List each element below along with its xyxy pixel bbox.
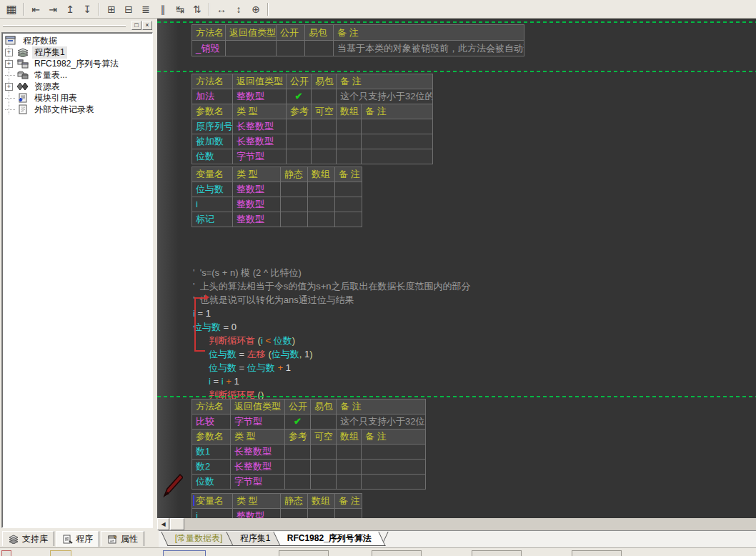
- method-name-cell[interactable]: _销毁: [192, 41, 226, 56]
- public-check-icon[interactable]: ✔: [287, 89, 312, 104]
- file-tab-rfc1982[interactable]: RFC1982_序列号算法: [274, 532, 386, 546]
- param-null-cell[interactable]: [311, 445, 337, 460]
- scrollbar-thumb[interactable]: [170, 518, 184, 530]
- var-name-cell[interactable]: i: [192, 509, 233, 518]
- param-type-cell[interactable]: 长整数型: [233, 119, 287, 134]
- param-type-cell[interactable]: 长整数型: [233, 134, 287, 149]
- tree-item-assembly[interactable]: + 程序集1: [5, 46, 121, 58]
- param-array-cell[interactable]: [337, 149, 362, 164]
- param-name-cell[interactable]: 被加数: [192, 134, 233, 149]
- param-comment-cell[interactable]: [362, 149, 433, 164]
- param-comment-cell[interactable]: [362, 445, 426, 460]
- param-null-cell[interactable]: [312, 149, 337, 164]
- var-static-cell[interactable]: [281, 509, 308, 518]
- param-array-cell[interactable]: [337, 475, 362, 490]
- code-editor[interactable]: 方法名 返回值类型 公开 易包 备 注 _销毁 当基于本类的对象被销毁前，此方法…: [157, 19, 756, 518]
- return-type-cell[interactable]: 字节型: [231, 414, 285, 430]
- var-array-cell[interactable]: [308, 197, 335, 212]
- comment-cell[interactable]: 这个只支持小于32位的: [337, 414, 426, 430]
- align-left-icon[interactable]: ⇤: [28, 2, 44, 16]
- param-ref-cell[interactable]: [287, 149, 312, 164]
- param-array-cell[interactable]: [337, 119, 362, 134]
- var-comment-cell[interactable]: [335, 509, 362, 518]
- param-ref-cell[interactable]: [285, 475, 311, 490]
- tree-item-resources-table[interactable]: + 资源表: [5, 81, 121, 92]
- param-ref-cell[interactable]: [285, 460, 311, 475]
- var-type-cell[interactable]: 整数型: [233, 197, 281, 212]
- tree-item-constants-table[interactable]: 常量表...: [5, 69, 121, 81]
- var-static-cell[interactable]: [281, 182, 308, 197]
- package-cell[interactable]: [311, 414, 337, 430]
- align-grid-icon[interactable]: ≣: [138, 2, 154, 16]
- expand-icon[interactable]: +: [5, 60, 13, 68]
- var-comment-cell[interactable]: [335, 182, 362, 197]
- code-line[interactable]: i = 1: [189, 307, 646, 320]
- var-type-cell[interactable]: 整数型: [233, 509, 281, 518]
- param-type-cell[interactable]: 长整数型: [231, 460, 285, 475]
- param-comment-cell[interactable]: [362, 134, 433, 149]
- param-comment-cell[interactable]: [362, 475, 426, 490]
- var-name-cell[interactable]: i: [192, 197, 233, 212]
- close-panel-button[interactable]: ×: [142, 21, 152, 30]
- comment-cell[interactable]: 这个只支持小于32位的: [337, 89, 433, 104]
- method-name-cell[interactable]: 比较: [192, 414, 231, 430]
- align-top-icon[interactable]: ↥: [62, 2, 78, 16]
- var-comment-cell[interactable]: [335, 197, 362, 212]
- param-name-cell[interactable]: 原序列号: [192, 119, 233, 134]
- scroll-left-button[interactable]: ◀: [157, 518, 169, 530]
- tab-program[interactable]: 程序: [56, 531, 99, 547]
- param-type-cell[interactable]: 字节型: [231, 475, 285, 490]
- param-null-cell[interactable]: [311, 475, 337, 490]
- param-array-cell[interactable]: [337, 445, 362, 460]
- expand-icon[interactable]: +: [5, 49, 13, 56]
- center-horizontal-icon[interactable]: ⊞: [104, 2, 119, 16]
- code-line[interactable]: ' 也就是说可以转化为ans通过位与结果: [189, 293, 646, 307]
- var-array-cell[interactable]: [308, 182, 335, 197]
- param-ref-cell[interactable]: [285, 445, 311, 460]
- param-array-cell[interactable]: [337, 460, 362, 475]
- var-static-cell[interactable]: [281, 197, 308, 212]
- method-name-cell[interactable]: 加法: [192, 89, 233, 104]
- same-height-icon[interactable]: ↕: [231, 2, 247, 16]
- horizontal-scrollbar[interactable]: ◀: [157, 518, 756, 530]
- same-width-icon[interactable]: ↔: [214, 2, 229, 16]
- tree-item-external-file-records[interactable]: 外部文件记录表: [5, 104, 121, 115]
- param-ref-cell[interactable]: [287, 119, 312, 134]
- return-type-cell[interactable]: 整数型: [233, 89, 287, 104]
- param-ref-cell[interactable]: [287, 134, 312, 149]
- restore-panel-button[interactable]: □: [131, 21, 141, 30]
- code-line[interactable]: 位与数 = 左移 (位与数, 1): [189, 347, 646, 361]
- param-comment-cell[interactable]: [362, 119, 433, 134]
- var-array-cell[interactable]: [308, 509, 335, 518]
- method-code[interactable]: ' 's=(s + n) 模 (2 ^ 比特位)' 上头的算法相当于令s的值为s…: [189, 223, 646, 429]
- tab-properties[interactable]: 属性: [101, 531, 144, 546]
- param-name-cell[interactable]: 数1: [192, 445, 231, 460]
- param-type-cell[interactable]: 长整数型: [231, 445, 285, 460]
- align-right-icon[interactable]: ⇥: [45, 2, 61, 16]
- code-line[interactable]: 位与数 = 位与数 + 1: [189, 361, 646, 374]
- param-null-cell[interactable]: [311, 460, 337, 475]
- param-array-cell[interactable]: [337, 134, 362, 149]
- code-line[interactable]: 位与数 = 0: [189, 320, 646, 334]
- equal-gap-icon[interactable]: ∥: [155, 2, 171, 16]
- tree-item-module-references[interactable]: 模块引用表: [5, 92, 121, 104]
- same-size-icon[interactable]: ⊕: [248, 2, 264, 16]
- code-line[interactable]: ' 's=(s + n) 模 (2 ^ 比特位): [189, 266, 646, 279]
- code-line[interactable]: i = i + 1: [189, 374, 646, 388]
- return-type-cell[interactable]: [226, 41, 277, 56]
- param-name-cell[interactable]: 数2: [192, 460, 231, 475]
- param-comment-cell[interactable]: [362, 460, 426, 475]
- param-name-cell[interactable]: 位数: [192, 475, 231, 490]
- package-cell[interactable]: [305, 41, 334, 56]
- tab-support-libraries[interactable]: 支持库: [2, 531, 54, 546]
- space-across-icon[interactable]: ↹: [172, 2, 188, 16]
- public-check-icon[interactable]: ✔: [285, 414, 311, 430]
- form-designer-icon[interactable]: ▦: [4, 2, 19, 16]
- var-type-cell[interactable]: 整数型: [233, 182, 281, 197]
- public-cell[interactable]: [277, 41, 305, 56]
- align-bottom-icon[interactable]: ↧: [79, 2, 95, 16]
- var-name-cell[interactable]: 位与数: [192, 182, 233, 197]
- param-null-cell[interactable]: [312, 134, 337, 149]
- dock-grip[interactable]: [3, 25, 126, 27]
- file-tab-constants[interactable]: [常量数据表]: [161, 532, 237, 546]
